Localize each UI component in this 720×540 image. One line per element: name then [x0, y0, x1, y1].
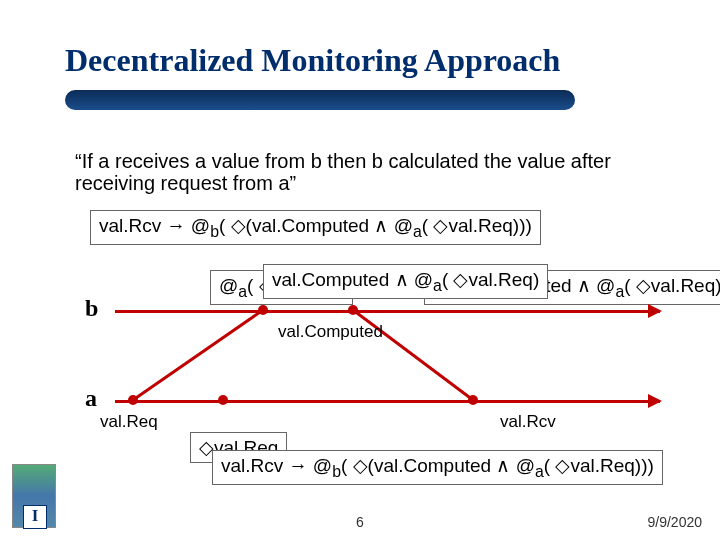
axis-a-label: a: [85, 385, 97, 412]
txt: @: [219, 275, 238, 296]
node-b2: [348, 305, 358, 315]
node-a3: [468, 395, 478, 405]
txt: val.Computed ∧ @: [272, 269, 433, 290]
txt: ( ◇val.Req))): [422, 215, 532, 236]
txt: ( ◇(val.Computed ∧ @: [219, 215, 413, 236]
formula-top: val.Rcv → @b( ◇(val.Computed ∧ @a( ◇val.…: [90, 210, 541, 245]
sub: a: [413, 223, 422, 240]
arrow-icon: [648, 304, 662, 318]
sub: a: [535, 463, 544, 480]
institution-logo: [12, 464, 56, 528]
svg-line-0: [133, 310, 263, 400]
description: “If a receives a value from b then b cal…: [75, 150, 655, 194]
formula-bottom-full: val.Rcv → @b( ◇(val.Computed ∧ @a( ◇val.…: [212, 450, 663, 485]
timeline-a: [115, 400, 660, 403]
title-bar: [65, 90, 575, 110]
axis-b-label: b: [85, 295, 98, 322]
txt: ( ◇val.Req)): [624, 275, 720, 296]
slide-date: 9/9/2020: [648, 514, 703, 530]
txt: ( ◇val.Req): [442, 269, 539, 290]
sub: a: [238, 283, 247, 300]
lbl-valreq: val.Req: [100, 412, 158, 432]
formula-mid-center: val.Computed ∧ @a( ◇val.Req): [263, 264, 548, 299]
sub: a: [615, 283, 624, 300]
slide-title: Decentralized Monitoring Approach: [65, 42, 560, 79]
txt: ( ◇val.Req))): [544, 455, 654, 476]
node-a1: [128, 395, 138, 405]
node-a2: [218, 395, 228, 405]
sub: b: [210, 223, 219, 240]
sub: b: [332, 463, 341, 480]
node-b1: [258, 305, 268, 315]
txt: val.Rcv → @: [99, 215, 210, 236]
lbl-valcomputed: val.Computed: [278, 322, 383, 342]
sub: a: [433, 277, 442, 294]
txt: ( ◇(val.Computed ∧ @: [341, 455, 535, 476]
arrow-icon: [648, 394, 662, 408]
timeline-b: [115, 310, 660, 313]
txt: val.Rcv → @: [221, 455, 332, 476]
page-number: 6: [356, 514, 364, 530]
lbl-valrcv: val.Rcv: [500, 412, 556, 432]
